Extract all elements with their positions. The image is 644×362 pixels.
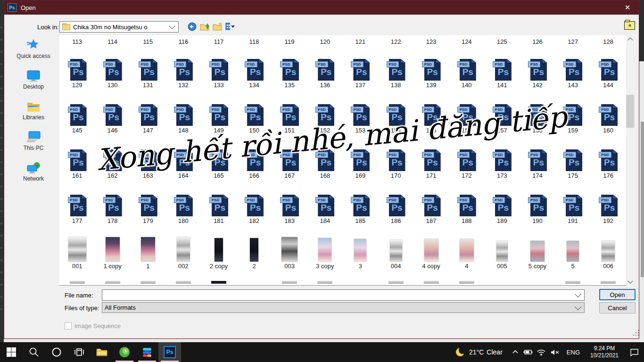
file-item-psd[interactable]: PSDPs156 <box>449 104 484 134</box>
file-item-psd[interactable]: PSDPs154 <box>378 104 413 134</box>
file-item-image[interactable]: 004 <box>378 237 413 270</box>
file-item-psd[interactable]: PSDPs157 <box>484 104 520 134</box>
language-indicator[interactable]: ENG <box>567 349 580 356</box>
sidebar-item-network[interactable]: Network <box>8 159 59 182</box>
file-item[interactable]: 118 <box>237 37 272 45</box>
file-item-psd[interactable]: PSDPs147 <box>130 104 165 134</box>
file-item-psd[interactable]: PSDPs155 <box>413 104 449 134</box>
file-item-psd[interactable]: PSDPs167 <box>272 149 307 179</box>
file-item[interactable]: 127 <box>555 37 591 45</box>
file-item-image[interactable]: 006 <box>591 237 626 270</box>
file-item-psd[interactable]: PSDPs184 <box>307 195 343 224</box>
file-item-image[interactable]: 5 <box>555 237 591 270</box>
file-item-psd[interactable]: PSDPs174 <box>520 149 555 179</box>
file-item-psd[interactable]: PSDPs140 <box>449 59 484 89</box>
file-item-psd[interactable]: PSDPs166 <box>237 149 272 179</box>
scrollbar-thumb[interactable] <box>626 95 634 128</box>
taskbar-cortana[interactable] <box>45 342 68 362</box>
file-item[interactable]: 124 <box>449 37 484 45</box>
taskbar-search[interactable] <box>23 342 45 362</box>
file-item-psd[interactable]: PSDPs132 <box>165 59 201 89</box>
file-list-scrollbar[interactable] <box>626 35 634 286</box>
file-item-image[interactable]: 003 <box>272 237 307 270</box>
file-item-image[interactable]: 1 <box>130 237 165 270</box>
file-item-psd[interactable]: PSDPs183 <box>272 195 307 224</box>
file-item-image[interactable]: 4 <box>449 237 484 270</box>
file-item-psd[interactable]: PSDPs187 <box>413 195 449 224</box>
file-item[interactable]: 113 <box>59 37 95 45</box>
back-icon[interactable] <box>187 22 197 31</box>
file-item-image[interactable]: 5 copy <box>520 237 555 270</box>
file-item-psd[interactable]: PSDPs134 <box>237 59 272 89</box>
file-item[interactable]: 126 <box>520 37 555 45</box>
up-one-level-icon[interactable] <box>200 22 209 31</box>
look-in-dropdown[interactable]: Chika 30m no Mitsugetsu o <box>59 21 179 33</box>
file-item-psd[interactable]: PSDPs160 <box>591 104 626 134</box>
file-item-psd[interactable]: PSDPs153 <box>343 104 378 134</box>
weather-moon-icon[interactable] <box>453 347 467 357</box>
hidden-icons-chevron-icon[interactable] <box>509 350 521 354</box>
file-item-psd[interactable]: PSDPs137 <box>343 59 378 89</box>
file-item-image[interactable]: 2 <box>237 237 272 270</box>
close-icon[interactable]: ✕ <box>618 0 637 15</box>
sidebar-item-desktop[interactable]: Desktop <box>8 67 59 90</box>
file-item-psd[interactable]: PSDPs169 <box>343 149 378 179</box>
wifi-icon[interactable] <box>535 349 548 356</box>
file-item-psd[interactable]: PSDPs139 <box>413 59 449 89</box>
scroll-up-icon[interactable] <box>626 35 634 43</box>
file-item-image[interactable]: 001 <box>59 237 95 270</box>
view-menu-icon[interactable] <box>225 22 235 31</box>
file-item-psd[interactable]: PSDPs143 <box>555 59 591 89</box>
dialog-titlebar[interactable]: Ps Open ✕ <box>4 0 639 15</box>
file-item-psd[interactable]: PSDPs138 <box>378 59 413 89</box>
file-item-psd[interactable]: PSDPs178 <box>95 195 130 224</box>
taskbar-photoshop[interactable]: Ps <box>158 342 181 362</box>
file-item-psd[interactable]: PSDPs173 <box>484 149 520 179</box>
clock[interactable]: 9:24 PM 10/21/2021 <box>585 345 624 359</box>
file-item-psd[interactable]: PSDPs130 <box>95 59 130 89</box>
file-item-psd[interactable]: PSDPs181 <box>201 195 236 224</box>
scroll-down-icon[interactable] <box>626 278 634 286</box>
file-item[interactable]: 117 <box>201 37 236 45</box>
file-name-combobox[interactable] <box>102 289 585 301</box>
file-item-psd[interactable]: PSDPs151 <box>272 104 307 134</box>
file-item-psd[interactable]: PSDPs164 <box>165 149 201 179</box>
file-item-psd[interactable]: PSDPs145 <box>59 104 95 134</box>
files-of-type-dropdown[interactable]: All Formats <box>102 302 585 313</box>
file-item-psd[interactable]: PSDPs175 <box>555 149 591 179</box>
file-item[interactable]: 123 <box>413 37 449 45</box>
file-item-psd[interactable]: PSDPs146 <box>95 104 130 134</box>
file-item-psd[interactable]: PSDPs133 <box>201 59 236 89</box>
file-item[interactable]: 120 <box>307 37 343 45</box>
resize-grip[interactable] <box>633 330 640 337</box>
sidebar-item-quick-access[interactable]: Quick access <box>8 36 59 59</box>
file-item-image[interactable]: 002 <box>165 237 201 270</box>
file-item-psd[interactable]: PSDPs177 <box>59 195 95 224</box>
file-item-image[interactable]: 3 <box>343 237 378 270</box>
file-item-psd[interactable]: PSDPs185 <box>343 195 378 224</box>
file-name-input[interactable] <box>102 290 576 300</box>
file-item-psd[interactable]: PSDPs152 <box>307 104 343 134</box>
file-item-psd[interactable]: PSDPs168 <box>307 149 343 179</box>
battery-icon[interactable] <box>521 349 535 355</box>
sidebar-item-libraries[interactable]: Libraries <box>8 98 59 121</box>
file-item[interactable]: 114 <box>95 37 130 45</box>
file-item-psd[interactable]: PSDPs182 <box>237 195 272 224</box>
file-item-psd[interactable]: PSDPs165 <box>201 149 236 179</box>
new-folder-icon[interactable] <box>213 22 222 31</box>
file-item-psd[interactable]: PSDPs149 <box>201 104 236 134</box>
taskbar-bluestacks[interactable] <box>136 342 158 362</box>
weather-condition[interactable]: Clear <box>487 348 502 356</box>
file-item-psd[interactable]: PSDPs144 <box>591 59 626 89</box>
file-item[interactable]: 119 <box>272 37 307 45</box>
file-item-image[interactable]: 2 copy <box>201 237 236 270</box>
file-item-image[interactable]: 3 copy <box>307 237 343 270</box>
file-item-psd[interactable]: PSDPs129 <box>59 59 95 89</box>
taskbar-file-explorer[interactable] <box>91 342 113 362</box>
file-item[interactable]: 125 <box>484 37 520 45</box>
taskbar-coccoc-browser[interactable] <box>113 342 136 362</box>
file-item-psd[interactable]: PSDPs159 <box>555 104 591 134</box>
file-item-image[interactable]: 005 <box>484 237 520 270</box>
file-item-psd[interactable]: PSDPs186 <box>378 195 413 224</box>
cancel-button[interactable]: Cancel <box>599 302 636 313</box>
